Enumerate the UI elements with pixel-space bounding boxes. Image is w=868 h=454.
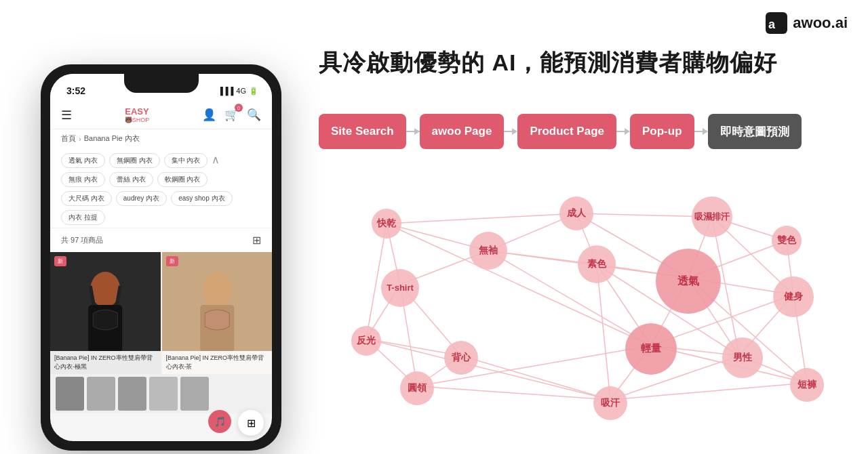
awoo-logo-icon: a	[766, 12, 787, 34]
network-graph: 快乾 成人 吸濕排汗 雙色 無袖 素色 透氣 T-shirt 健身 反光 輕量 …	[312, 176, 848, 440]
tag-7[interactable]: audrey 內衣	[116, 191, 167, 206]
hamburger-icon[interactable]: ☰	[61, 108, 72, 123]
thumb-2[interactable]	[118, 377, 146, 411]
svg-line-42	[461, 356, 610, 400]
phone-mockup: 3:52 ▐▐▐ 4G 🔋 ☰ EASY 🐻SHOP 👤	[41, 64, 292, 451]
logo-area: a awoo.ai	[766, 12, 848, 34]
product-badge-1: 新	[166, 256, 178, 266]
tag-8[interactable]: easy shop 內衣	[171, 191, 232, 206]
thumbnail-row	[50, 374, 272, 413]
thumb-0[interactable]	[56, 377, 84, 411]
svg-text:快乾: 快乾	[376, 218, 397, 228]
grid-toggle-button[interactable]: ⊞	[238, 410, 264, 436]
phone-outer: 3:52 ▐▐▐ 4G 🔋 ☰ EASY 🐻SHOP 👤	[41, 64, 281, 451]
main-headline: 具冷啟動優勢的 AI，能預測消費者購物偏好	[319, 47, 848, 77]
audio-button[interactable]: 🎵	[208, 410, 231, 433]
tag-3[interactable]: 無痕 內衣	[61, 172, 105, 187]
svg-text:素色: 素色	[587, 258, 607, 269]
svg-text:男性: 男性	[732, 352, 753, 363]
tag-5[interactable]: 軟鋼圈 內衣	[157, 172, 208, 187]
phone-screen: 3:52 ▐▐▐ 4G 🔋 ☰ EASY 🐻SHOP 👤	[50, 74, 272, 441]
network-label: 4G	[236, 87, 246, 95]
product-grid: 新 [Banana Pie] IN ZERO率性雙肩帶背心內衣-極黑 新 [Ba…	[50, 252, 272, 374]
cart-icon[interactable]: 🛒 0	[224, 108, 239, 122]
svg-text:透氣: 透氣	[677, 274, 699, 287]
svg-line-4	[387, 213, 576, 224]
pipeline-step-realtime[interactable]: 即時意圖預測	[708, 114, 802, 149]
app-logo: EASY 🐻SHOP	[125, 106, 150, 123]
user-icon[interactable]: 👤	[202, 108, 216, 122]
svg-text:圓領: 圓領	[408, 382, 427, 393]
svg-text:反光: 反光	[356, 335, 376, 346]
svg-text:輕量: 輕量	[641, 342, 662, 354]
svg-text:無袖: 無袖	[479, 245, 498, 255]
svg-text:短褲: 短褲	[797, 379, 817, 390]
product-count: 共 97 項商品	[61, 235, 103, 245]
product-name-0: [Banana Pie] IN ZERO率性雙肩帶背心內衣-極黑	[50, 351, 161, 374]
product-name-1: [Banana Pie] IN ZERO率性雙肩帶背心內衣-茶	[162, 351, 273, 374]
product-badge-0: 新	[54, 256, 66, 266]
tag-9[interactable]: 內衣 拉提	[61, 210, 105, 225]
grid-view-icon[interactable]: ⊞	[252, 234, 261, 247]
tag-0[interactable]: 透氣 內衣	[61, 153, 105, 168]
tag-area: 透氣 內衣 無鋼圈 內衣 集中 內衣 ∧ 無痕 內衣 蕾絲 內衣 軟鋼圈 內衣 …	[50, 148, 272, 228]
pipeline-step-product-page[interactable]: Product Page	[517, 114, 616, 149]
pipeline-step-awoo-page[interactable]: awoo Page	[420, 114, 505, 149]
header-icons: 👤 🛒 0 🔍	[202, 108, 261, 122]
svg-text:T-shirt: T-shirt	[387, 283, 414, 293]
pipeline-step-site-search[interactable]: Site Search	[319, 114, 406, 149]
thumb-3[interactable]	[149, 377, 178, 411]
product-toolbar: 共 97 項商品 ⊞	[50, 228, 272, 252]
status-icons: ▐▐▐ 4G 🔋	[218, 87, 258, 96]
pipeline-container: Site Search awoo Page Product Page Pop-u…	[319, 114, 802, 149]
logo-text: awoo.ai	[793, 14, 848, 32]
tag-4[interactable]: 蕾絲 內衣	[109, 172, 153, 187]
svg-text:a: a	[768, 18, 776, 31]
product-card-0[interactable]: 新 [Banana Pie] IN ZERO率性雙肩帶背心內衣-極黑	[50, 252, 161, 374]
svg-line-43	[610, 383, 807, 400]
svg-text:健身: 健身	[783, 291, 804, 302]
svg-line-6	[387, 224, 651, 346]
breadcrumb: 首頁 › Banana Pie 內衣	[50, 129, 272, 148]
svg-line-7	[576, 213, 712, 217]
pipeline-step-popup[interactable]: Pop-up	[630, 114, 694, 149]
signal-icon: ▐▐▐	[218, 87, 233, 95]
thumb-4[interactable]	[180, 377, 209, 411]
tag-collapse[interactable]: ∧	[212, 153, 220, 168]
app-header: ☰ EASY 🐻SHOP 👤 🛒 0 🔍	[50, 101, 272, 129]
thumb-1[interactable]	[87, 377, 115, 411]
tag-6[interactable]: 大尺碼 內衣	[61, 191, 112, 206]
svg-text:成人: 成人	[566, 207, 587, 218]
svg-text:雙色: 雙色	[777, 234, 797, 245]
product-card-1[interactable]: 新 [Banana Pie] IN ZERO率性雙肩帶背心內衣-茶	[162, 252, 273, 374]
breadcrumb-home[interactable]: 首頁	[61, 133, 76, 144]
svg-line-47	[488, 251, 651, 346]
svg-point-86	[202, 272, 232, 307]
cart-count: 0	[235, 104, 243, 112]
tag-1[interactable]: 無鋼圈 內衣	[109, 153, 160, 168]
status-time: 3:52	[66, 85, 85, 96]
tag-2[interactable]: 集中 內衣	[164, 153, 208, 168]
phone-notch	[124, 74, 199, 93]
svg-text:吸濕排汗: 吸濕排汗	[694, 211, 730, 222]
svg-text:背心: 背心	[451, 352, 471, 363]
svg-text:吸汗: 吸汗	[601, 397, 620, 408]
breadcrumb-category[interactable]: Banana Pie 內衣	[84, 133, 140, 144]
search-icon[interactable]: 🔍	[247, 108, 261, 122]
battery-icon: 🔋	[249, 87, 258, 96]
svg-line-22	[597, 264, 610, 400]
